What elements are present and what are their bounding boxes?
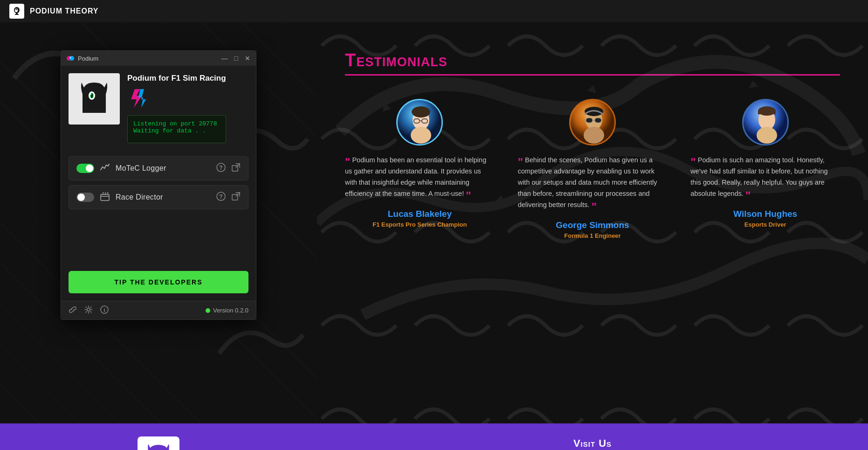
avatar-lucas-image [398, 100, 443, 145]
footer-info-icon[interactable]: i [100, 305, 109, 316]
clapperboard-icon [100, 191, 110, 201]
race-director-open-icon[interactable] [231, 192, 241, 203]
motec-help-icon[interactable]: ? [216, 163, 226, 174]
window-title-text: Podium [78, 55, 98, 62]
svg-point-34 [412, 106, 430, 118]
footer-link-icon[interactable] [69, 305, 77, 316]
left-panel: Podium — □ ✕ [0, 22, 317, 423]
footer-logo-box [138, 436, 179, 450]
motec-chart-icon [100, 162, 110, 173]
footer-left-section [0, 423, 317, 450]
avatar-george [569, 99, 616, 145]
avatar-george-image [571, 100, 616, 145]
testimonial-quote-george: " Behind the scenes, Podium has given us… [518, 155, 668, 211]
podium-logo-icon [11, 6, 22, 17]
svg-point-40 [584, 127, 604, 144]
app-logo-svg [73, 78, 115, 120]
plugins-section: MoTeC Logger ? [61, 151, 256, 215]
testimonial-role-lucas: F1 Esports Pro Series Champion [372, 221, 467, 228]
link-icon [69, 305, 77, 314]
race-director-icon [100, 191, 110, 204]
bottom-footer: Visit Us [0, 423, 868, 450]
window-app-icon [67, 55, 74, 62]
external-link-icon-2 [231, 192, 241, 201]
app-header: Podium for F1 Sim Racing Listening on po… [61, 66, 256, 151]
gear-icon [84, 305, 93, 314]
testimonial-name-wilson: Wilson Hughes [733, 209, 797, 219]
app-info: Podium for F1 Sim Racing Listening on po… [127, 73, 226, 143]
topbar-logo [9, 4, 24, 19]
window-title-left: Podium [67, 55, 98, 62]
plugin-row-motec: MoTeC Logger ? [69, 156, 248, 180]
testimonial-quote-lucas: " Podium has been an essential tool in h… [345, 155, 495, 200]
race-director-help-icon[interactable]: ? [216, 192, 226, 203]
motec-toggle[interactable] [76, 164, 94, 173]
motec-name: MoTeC Logger [116, 164, 211, 173]
version-status-dot [206, 308, 210, 313]
tip-developers-button[interactable]: Tip the Developers [69, 271, 248, 293]
minimize-button[interactable]: — [221, 55, 228, 62]
topbar: Podium Theory [0, 0, 868, 22]
svg-point-1 [16, 9, 17, 10]
testimonial-quote-wilson: " Podium is such an amazing tool. Honest… [690, 155, 840, 200]
track-deco-2 [214, 316, 308, 386]
visit-us-title: Visit Us [573, 437, 612, 450]
terminal-line2: Waiting for data . . [133, 127, 220, 134]
footer-right-section: Visit Us [317, 423, 868, 450]
testimonial-card-george: " Behind the scenes, Podium has given us… [518, 99, 668, 239]
motec-icon [100, 162, 110, 175]
motec-open-icon[interactable] [231, 163, 241, 174]
open-quote-george: " [518, 156, 523, 168]
testimonial-role-wilson: Esports Driver [744, 221, 786, 228]
version-text: Version 0.2.0 [213, 307, 248, 314]
svg-text:?: ? [219, 165, 222, 171]
avatar-wilson-image [744, 100, 789, 145]
svg-point-3 [69, 56, 74, 61]
external-link-icon [231, 163, 241, 172]
motec-actions: ? [216, 163, 241, 174]
svg-rect-42 [586, 118, 592, 123]
help-circle-icon: ? [216, 163, 226, 172]
footer-settings-icon[interactable] [84, 305, 93, 316]
terminal-line1: Listening on port 20778 [133, 120, 220, 127]
svg-marker-28 [748, 80, 758, 88]
window-footer: i Version 0.2.0 [61, 301, 256, 319]
svg-point-23 [87, 308, 90, 311]
svg-point-33 [411, 127, 431, 144]
testimonial-card-lucas: " Podium has been an essential tool in h… [345, 99, 495, 239]
svg-point-47 [757, 127, 777, 144]
footer-logo-svg [142, 441, 175, 450]
topbar-title: Podium Theory [30, 7, 99, 15]
testimonial-role-george: Formula 1 Engineer [564, 232, 620, 239]
right-panel: Testimonials [317, 22, 868, 423]
open-quote-wilson: " [690, 156, 696, 168]
race-director-name: Race Director [116, 193, 211, 201]
app-window: Podium — □ ✕ [61, 50, 256, 320]
open-quote-lucas: " [345, 156, 350, 168]
testimonials-title: Testimonials [345, 50, 840, 70]
plugin-row-race-director: Race Director ? [69, 185, 248, 209]
race-director-toggle[interactable] [76, 193, 94, 202]
svg-point-7 [90, 93, 92, 95]
svg-text:i: i [103, 307, 105, 313]
testimonial-name-lucas: Lucas Blakeley [388, 209, 452, 219]
svg-rect-43 [595, 118, 601, 123]
window-spacer [61, 215, 256, 271]
testimonials-grid: " Podium has been an essential tool in h… [345, 99, 840, 239]
footer-version: Version 0.2.0 [206, 307, 248, 314]
avatar-lucas [396, 99, 443, 145]
window-controls: — □ ✕ [221, 55, 250, 62]
lightning-icon [127, 87, 150, 110]
window-titlebar: Podium — □ ✕ [61, 51, 256, 66]
race-director-actions: ? [216, 192, 241, 203]
close-quote-george: " [592, 201, 597, 213]
close-button[interactable]: ✕ [245, 55, 250, 62]
title-underline [345, 74, 840, 76]
testimonial-name-george: George Simmons [556, 220, 629, 230]
app-terminal: Listening on port 20778 Waiting for data… [127, 115, 226, 143]
testimonial-card-wilson: " Podium is such an amazing tool. Honest… [690, 99, 840, 239]
main-content: Podium — □ ✕ [0, 22, 868, 423]
app-logo-box [69, 73, 120, 125]
footer-left-icons: i [69, 305, 109, 316]
maximize-button[interactable]: □ [234, 55, 238, 62]
